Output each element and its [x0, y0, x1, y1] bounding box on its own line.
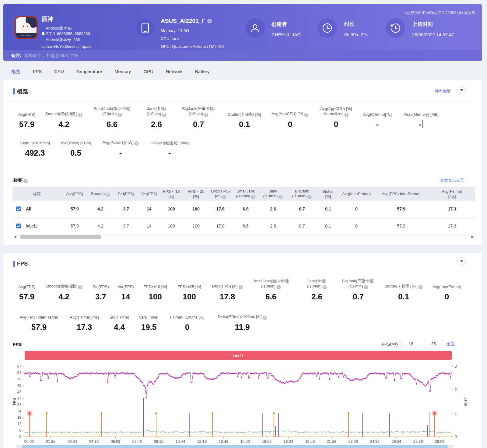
column-header-标签: 标签: [12, 187, 61, 201]
help-icon[interactable]: ?: [251, 195, 255, 199]
divider: [10, 273, 475, 273]
help-icon[interactable]: ?: [78, 113, 82, 117]
app-version-name: 2.7.0_6933856_6989239: [41, 31, 91, 37]
tab-Battery[interactable]: Battery: [195, 69, 210, 75]
help-icon[interactable]: ?: [23, 179, 28, 183]
device-memory: Memory: 14.9G: [161, 27, 224, 35]
help-icon[interactable]: ?: [204, 113, 208, 117]
metric-Avg(FPS+InterFrame): Avg(FPS+InterFrame)57.9: [19, 308, 58, 332]
column-header-SmallJank-(/10min): SmallJank(/10min)?: [232, 187, 259, 201]
cell: 0.1: [317, 217, 339, 234]
cell: 2.6: [259, 217, 287, 234]
fps-threshold-input-1[interactable]: 18: [401, 340, 420, 348]
svg-text:24:32: 24:32: [370, 439, 380, 444]
svg-text:00:00: 00:00: [24, 439, 34, 444]
table-horizontal-scrollbar[interactable]: ◀ ▶: [12, 235, 475, 239]
header-main: i 数据由PerfDog(7.1.220544)版本收集 OYOVERS 原神 …: [3, 4, 482, 50]
app-package: com.miHoYo.GenshinImpact: [41, 44, 91, 49]
note-bar[interactable]: 备注: 添加备注，不超过200个字符: [3, 50, 482, 61]
metric-FTime>=100ms-[%]: FTime>=100ms [%]0: [170, 308, 205, 332]
chart-range-slider[interactable]: [17, 445, 453, 448]
help-icon[interactable]: ?: [279, 195, 283, 199]
app-version-code: Android版本号: 380: [41, 37, 91, 43]
duration-icon: [317, 18, 337, 38]
slider-handle-right[interactable]: [447, 445, 453, 448]
help-icon[interactable]: ?: [322, 285, 327, 289]
help-icon[interactable]: ?: [117, 113, 122, 117]
tab-CPU[interactable]: CPU: [54, 69, 64, 75]
tab-GPU[interactable]: GPU: [143, 69, 153, 75]
svg-text:10:44: 10:44: [176, 439, 185, 444]
device-info-icon[interactable]: i: [207, 19, 212, 23]
metric-Stutter(卡顿率)-[%]: Stutter(卡顿率) [%]0.1: [228, 105, 261, 129]
help-icon[interactable]: ?: [419, 285, 423, 289]
column-header-FPS>=25-[%]: FPS>=25[%]: [184, 187, 208, 201]
cell: 3.7: [113, 201, 139, 217]
svg-text:FPS: FPS: [12, 398, 16, 405]
tab-Temperature[interactable]: Temperature: [76, 69, 102, 75]
cell: 57.9: [61, 201, 88, 217]
tab-Network[interactable]: Network: [166, 69, 183, 75]
parameter-display-settings-link[interactable]: 参数显示设置: [440, 178, 464, 183]
scroll-right-arrow-icon[interactable]: ▶: [471, 235, 474, 239]
note-placeholder: 添加备注，不超过200个字符: [24, 53, 78, 58]
svg-text:03:04: 03:04: [68, 439, 77, 444]
cell: 17.8: [208, 201, 232, 217]
help-icon[interactable]: ?: [106, 192, 110, 197]
metric-FPS>=18-[%]: FPS>=18 [%]100: [143, 277, 167, 302]
collapse-fps-button[interactable]: [457, 257, 466, 266]
column-header-Drop(FPS)-[/h]: Drop(FPS)[/h]?: [208, 187, 232, 201]
column-header-BigJank-(/10min): BigJank(/10min)?: [287, 187, 317, 201]
fps-line-chart: 00:0001:3203:0404:3606:0807:4009:1210:44…: [3, 361, 482, 448]
table-row-label1: label157.94.23.71410010017.86.62.60.70.1…: [12, 217, 475, 234]
fps-ge-label: FPS(>=): [382, 342, 398, 347]
metric-Send-[KB/10min]: Send [KB/10min]492.3: [20, 133, 50, 158]
cell: 14: [139, 217, 159, 234]
section-accent-bar: [13, 261, 15, 267]
collapse-overview-button[interactable]: [457, 86, 466, 94]
tab-概览[interactable]: 概览: [11, 69, 20, 75]
svg-text:61: 61: [17, 371, 22, 375]
export-all-link[interactable]: 导出全部: [435, 88, 451, 94]
cell: 4.2: [88, 217, 113, 234]
help-icon[interactable]: ?: [262, 316, 267, 320]
slider-handle-left[interactable]: [17, 445, 23, 448]
cell: 0.1: [317, 201, 339, 217]
fps-threshold-input-2[interactable]: 25: [424, 340, 443, 348]
help-icon[interactable]: ?: [162, 113, 166, 117]
svg-text:01:32: 01:32: [46, 439, 55, 444]
help-icon[interactable]: ?: [276, 285, 281, 289]
svg-text:15:20: 15:20: [240, 439, 250, 444]
metric-Drop(FPS)-[/h]: Drop(FPS) [/h]?17.8: [212, 277, 243, 302]
help-icon[interactable]: ?: [134, 141, 138, 146]
reset-link[interactable]: 重置: [447, 341, 455, 347]
help-icon[interactable]: ?: [222, 195, 226, 199]
app-version-name-label: Android版本名:: [41, 26, 91, 31]
row-checkbox[interactable]: [16, 224, 21, 228]
metric-Var(FTime): Var(FTime)19.5: [139, 308, 159, 332]
cell: 0.7: [287, 217, 317, 234]
fps-chart-title: FPS: [13, 342, 22, 347]
table-scrollbar-thumb[interactable]: [20, 235, 101, 239]
help-icon[interactable]: ?: [304, 113, 308, 117]
metric-Avg(FPS): Avg(FPS)57.9: [18, 277, 35, 302]
svg-text:18:24: 18:24: [284, 439, 293, 444]
help-icon[interactable]: ?: [344, 113, 349, 117]
device-cpu: CPU: taro: [161, 35, 224, 43]
column-header-Avg(FTime)-[ms]: Avg(FTime)[ms]: [429, 187, 475, 201]
svg-text:29:08: 29:08: [435, 439, 444, 444]
metric-Delta(FTime)>100ms-[/h]: Delta(FTime)>100ms [/h]?11.9: [218, 308, 267, 332]
help-icon[interactable]: ?: [78, 285, 82, 289]
metric-Jank(卡顿)-(/10min): Jank(卡顿)(/10min)?2.6: [307, 277, 327, 302]
chevron-down-icon: [460, 89, 463, 91]
help-icon[interactable]: ?: [238, 285, 243, 289]
tab-Memory[interactable]: Memory: [114, 69, 131, 75]
metric-Var(FPS): Var(FPS)14: [117, 277, 134, 302]
scroll-left-arrow-icon[interactable]: ◀: [14, 235, 16, 239]
tab-FPS[interactable]: FPS: [33, 69, 42, 75]
svg-text:31: 31: [17, 403, 22, 407]
help-icon[interactable]: ?: [364, 285, 368, 289]
upload-time-value: 26/06/2022 14:57:47: [412, 32, 454, 37]
help-icon[interactable]: ?: [307, 195, 312, 199]
row-checkbox[interactable]: [16, 206, 21, 211]
